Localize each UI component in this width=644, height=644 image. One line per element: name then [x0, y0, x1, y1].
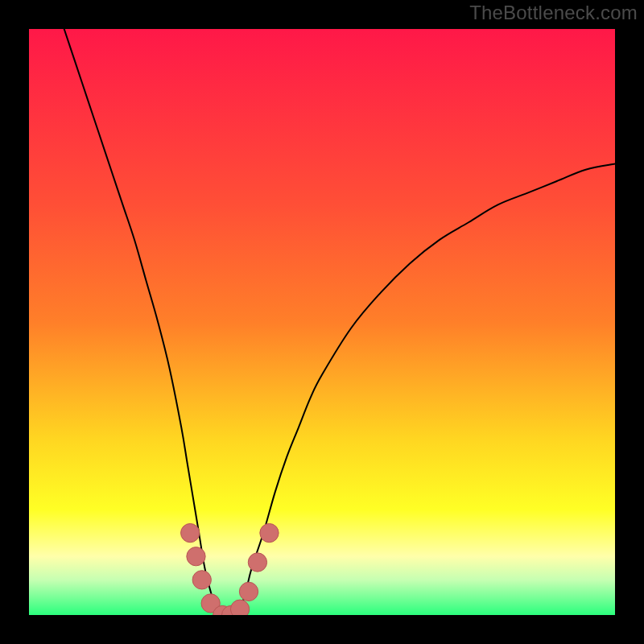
plot-area: [29, 29, 615, 615]
curve-marker: [230, 600, 249, 615]
curve-marker: [248, 553, 266, 572]
chart-frame: TheBottleneck.com: [0, 0, 644, 644]
gradient-background: [29, 29, 615, 615]
curve-marker: [181, 523, 200, 542]
bottleneck-chart: [29, 29, 615, 615]
curve-marker: [187, 547, 205, 566]
curve-marker: [239, 582, 258, 601]
curve-marker: [260, 523, 279, 542]
curve-marker: [192, 571, 211, 589]
watermark-text: TheBottleneck.com: [469, 2, 638, 24]
